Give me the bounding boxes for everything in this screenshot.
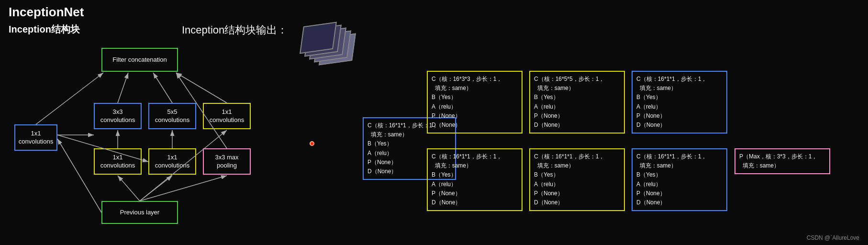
info-card-2: C（核：16*3*3，步长：1， 填充：same）B（Yes）A（relu）P（… [427,71,523,134]
attribution: CSDN @`AllureLove [807,234,859,241]
svg-line-2 [118,73,128,103]
maxpool-box: 3x3 maxpooling [203,148,251,175]
conv1x1-top-box: 1x1convolutions [203,103,251,129]
feature-maps [297,26,354,69]
svg-line-4 [176,73,227,103]
svg-line-9 [140,176,172,201]
output-title: Inception结构块输出： [182,23,288,37]
red-dot [310,141,314,146]
filter-concat-box: Filter concatenation [101,48,178,72]
main-title: InceptionNet [9,5,84,20]
info-card-5: C（核：16*1*1，步长：1， 填充：same）B（Yes）A（relu）P（… [427,148,523,211]
conv5x5-box: 5x5convolutions [148,103,196,129]
svg-line-3 [153,73,172,103]
conv1x1-mid-box: 1x1convolutions [148,148,196,175]
info-card-4: C（核：16*1*1，步长：1， 填充：same）B（Yes）A（relu）P（… [632,71,727,134]
prev-layer-box: Previous layer [101,201,178,224]
info-card-8: P（Max，核：3*3，步长：1， 填充：same） [734,148,830,174]
svg-line-5 [36,73,103,124]
conv1x1-left-box: 1x1convolutions [94,148,142,175]
svg-line-10 [140,176,227,201]
info-card-3: C（核：16*5*5，步长：1， 填充：same）B（Yes）A（relu）P（… [529,71,625,134]
conv1x1-input-box: 1x1convolutions [14,124,57,151]
info-card-6: C（核：16*1*1，步长：1， 填充：same）B（Yes）A（relu）P（… [529,148,625,211]
info-card-7: C（核：16*1*1，步长：1， 填充：same）B（Yes）A（relu）P（… [632,148,727,211]
feature-slice-1 [300,22,337,54]
conv3x3-box: 3x3convolutions [94,103,142,129]
sub-title: Inception结构块 [9,23,80,36]
svg-line-8 [118,176,140,201]
